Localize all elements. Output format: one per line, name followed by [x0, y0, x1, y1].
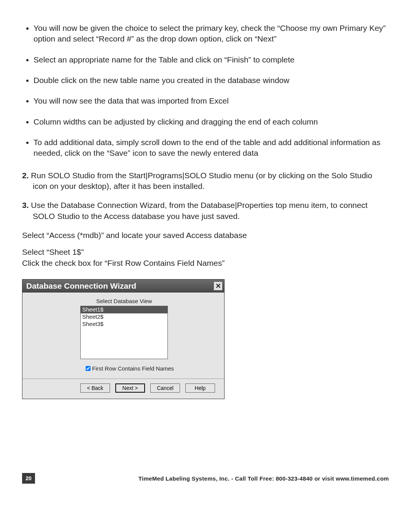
first-row-checkbox[interactable]	[86, 366, 91, 371]
checkbox-label: First Row Contains Field Names	[92, 365, 174, 372]
listbox-label: Select Database View	[80, 298, 168, 304]
numbered-step-3: 3. Use the Database Connection Wizard, f…	[22, 200, 389, 222]
bullet-item: You will now be given the choice to sele…	[33, 23, 389, 45]
paragraph: Select “Access (*mdb)” and locate your s…	[22, 230, 389, 241]
back-button[interactable]: < Back	[80, 383, 110, 393]
bullet-list: You will now be given the choice to sele…	[22, 23, 389, 159]
cancel-button[interactable]: Cancel	[150, 383, 180, 393]
database-connection-wizard-dialog: Database Connection Wizard ✕ Select Data…	[22, 279, 225, 399]
dialog-body: Select Database View Sheet1$ Sheet2$ She…	[22, 292, 224, 399]
paragraph: Select “Sheet 1$”	[22, 247, 389, 257]
next-button[interactable]: Next >	[115, 383, 145, 393]
close-icon: ✕	[215, 282, 221, 290]
list-item[interactable]: Sheet1$	[81, 306, 167, 313]
list-item[interactable]: Sheet3$	[81, 321, 167, 328]
step-text: Use the Database Connection Wizard, from…	[31, 201, 367, 220]
bullet-item: You will now see the data that was impor…	[33, 96, 389, 106]
page-footer: 20 TimeMed Labeling Systems, Inc. - Call…	[22, 473, 389, 484]
dialog-title: Database Connection Wizard	[26, 281, 136, 291]
page-number: 20	[22, 473, 35, 484]
dialog-divider	[22, 379, 224, 379]
help-button[interactable]: Help	[185, 383, 215, 393]
dialog-titlebar: Database Connection Wizard ✕	[22, 280, 224, 292]
dialog-screenshot: Database Connection Wizard ✕ Select Data…	[22, 279, 389, 399]
bullet-item: Select an appropriate name for the Table…	[33, 54, 389, 65]
database-view-listbox[interactable]: Sheet1$ Sheet2$ Sheet3$	[80, 306, 168, 359]
numbered-step-2: 2. Run SOLO Studio from the Start|Progra…	[22, 170, 389, 192]
close-button[interactable]: ✕	[213, 281, 223, 291]
first-row-checkbox-row[interactable]: First Row Contains Field Names	[86, 365, 220, 372]
bullet-item: To add additional data, simply scroll do…	[33, 137, 389, 159]
footer-text: TimeMed Labeling Systems, Inc. - Call To…	[139, 475, 389, 482]
document-page: You will now be given the choice to sele…	[0, 0, 411, 495]
bullet-item: Double click on the new table name you c…	[33, 75, 389, 86]
paragraph: Click the check box for “First Row Conta…	[22, 258, 389, 268]
step-number: 3.	[22, 201, 29, 209]
list-item[interactable]: Sheet2$	[81, 313, 167, 321]
bullet-item: Column widths can be adjusted by clickin…	[33, 117, 389, 127]
step-text: Run SOLO Studio from the Start|Programs|…	[31, 171, 372, 190]
dialog-button-row: < Back Next > Cancel Help	[26, 383, 220, 396]
step-number: 2.	[22, 171, 29, 180]
